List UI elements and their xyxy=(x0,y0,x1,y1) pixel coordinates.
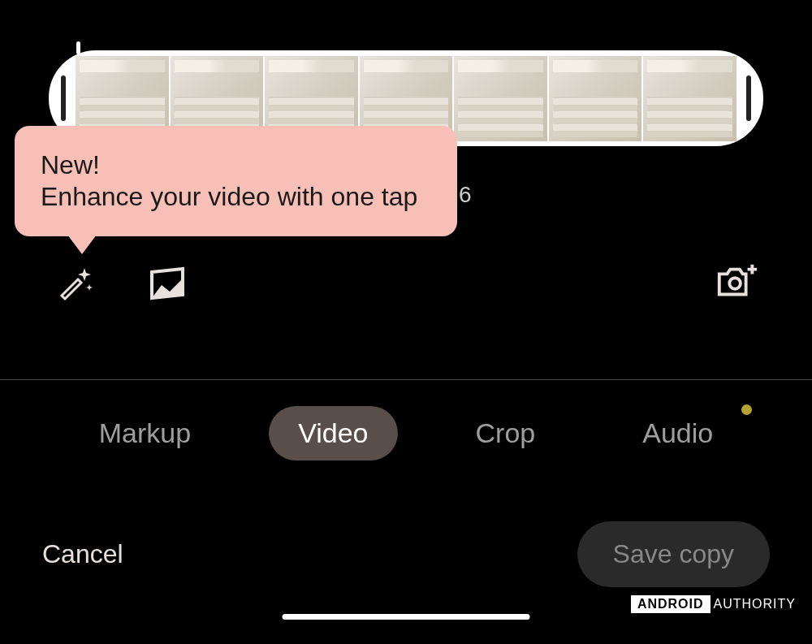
camera-add-icon xyxy=(715,259,760,306)
tab-label: Audio xyxy=(642,417,713,448)
watermark-suffix: AUTHORITY xyxy=(714,597,796,612)
timeline-thumbnail[interactable] xyxy=(549,56,642,141)
enhance-tooltip: New! Enhance your video with one tap xyxy=(15,126,457,236)
tooltip-title: New! xyxy=(41,150,431,180)
editor-toolbar xyxy=(0,260,812,305)
timeline-playhead[interactable] xyxy=(76,41,80,54)
timeline-thumbnail[interactable] xyxy=(643,56,736,141)
tab-label: Markup xyxy=(99,417,191,448)
tab-label: Crop xyxy=(476,417,536,448)
svg-point-0 xyxy=(729,278,741,289)
photo-frame-button[interactable] xyxy=(145,260,190,305)
tab-crop[interactable]: Crop xyxy=(447,406,565,460)
watermark: ANDROID AUTHORITY xyxy=(631,595,796,613)
magic-wand-icon xyxy=(54,261,96,304)
timeline-thumbnail[interactable] xyxy=(454,56,547,141)
tab-markup[interactable]: Markup xyxy=(70,406,220,460)
tab-label: Video xyxy=(298,417,368,448)
home-indicator[interactable] xyxy=(283,614,530,620)
tooltip-text: Enhance your video with one tap xyxy=(41,182,431,212)
tooltip-arrow xyxy=(67,235,97,254)
timestamp-partial: 6 xyxy=(459,182,472,208)
tab-audio[interactable]: Audio xyxy=(613,406,742,460)
section-divider xyxy=(0,379,812,380)
magic-wand-button[interactable] xyxy=(52,260,97,305)
save-copy-button[interactable]: Save copy xyxy=(577,521,770,587)
tab-video[interactable]: Video xyxy=(269,406,397,460)
photo-frame-icon xyxy=(147,262,188,303)
cancel-button[interactable]: Cancel xyxy=(42,539,123,569)
timeline-handle-left[interactable] xyxy=(61,76,66,121)
bottom-actions: Cancel Save copy xyxy=(0,521,812,587)
notification-dot-icon xyxy=(741,404,752,415)
timeline-handle-right[interactable] xyxy=(746,76,751,121)
editor-tabs: Markup Video Crop Audio xyxy=(0,406,812,460)
watermark-brand: ANDROID xyxy=(631,595,710,613)
camera-add-button[interactable] xyxy=(715,260,760,305)
